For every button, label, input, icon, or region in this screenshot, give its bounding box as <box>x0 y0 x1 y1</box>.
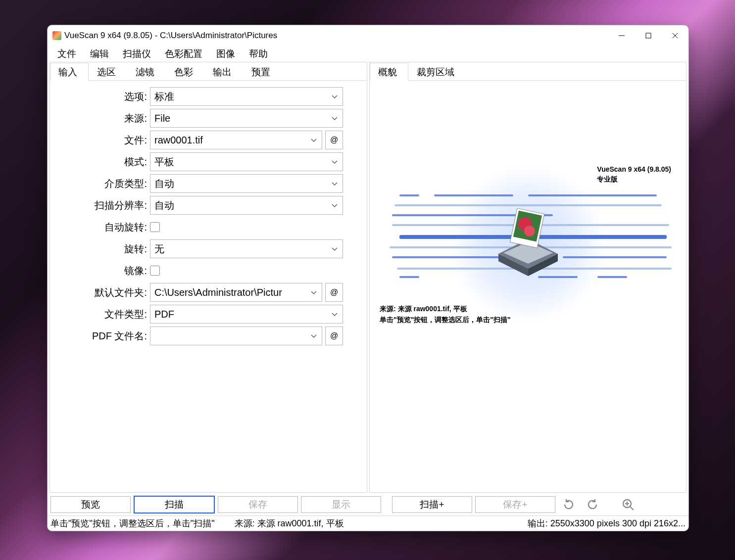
pdfname-browse-button[interactable]: @ <box>325 327 343 345</box>
combo-pdfname[interactable] <box>150 327 322 345</box>
scan-plus-button[interactable]: 扫描+ <box>392 496 472 513</box>
preview-edition-line: 专业版 <box>597 175 671 185</box>
status-right: 输出: 2550x3300 pixels 300 dpi 216x2... <box>528 517 686 529</box>
preview-hint-line: 单击"预览"按钮，调整选区后，单击"扫描" <box>380 314 511 325</box>
scan-button[interactable]: 扫描 <box>134 496 215 513</box>
label-folder: 默认文件夹: <box>54 286 150 299</box>
preview-product-line: VueScan 9 x64 (9.8.05) <box>597 165 671 175</box>
action-bar: 预览 扫描 保存 显示 扫描+ 保存+ <box>48 494 688 515</box>
close-button[interactable] <box>662 25 688 46</box>
file-browse-button[interactable]: @ <box>325 131 343 149</box>
zoom-in-button[interactable] <box>618 496 638 513</box>
tab-input[interactable]: 输入 <box>50 63 89 81</box>
chevron-down-icon <box>331 179 339 190</box>
combo-rotate-value: 无 <box>154 242 164 256</box>
combo-rotate[interactable]: 无 <box>150 239 343 258</box>
preview-illustration <box>380 189 676 298</box>
status-bar: 单击"预览"按钮，调整选区后，单击"扫描" 来源: 来源 raw0001.tif… <box>48 515 688 531</box>
preview-source-line: 来源: 来源 raw0001.tif, 平板 <box>380 303 511 314</box>
preview-product-text: VueScan 9 x64 (9.8.05) 专业版 <box>597 165 671 184</box>
maximize-button[interactable] <box>635 25 662 46</box>
combo-filetype[interactable]: PDF <box>150 305 343 324</box>
combo-source[interactable]: File <box>150 109 343 128</box>
combo-file[interactable]: raw0001.tif <box>150 131 322 149</box>
combo-options[interactable]: 标准 <box>150 87 343 106</box>
combo-mode[interactable]: 平板 <box>150 152 343 171</box>
label-source: 来源: <box>54 112 150 125</box>
combo-dpi[interactable]: 自动 <box>150 196 343 215</box>
window-title: VueScan 9 x64 (9.8.05) - C:\Users\Admini… <box>64 31 277 41</box>
chevron-down-icon <box>310 331 318 342</box>
preview-panel: 概貌 裁剪区域 VueScan 9 x64 (9.8.05) 专业版 <box>369 62 686 493</box>
tab-croparea[interactable]: 裁剪区域 <box>408 63 466 81</box>
save-plus-button[interactable]: 保存+ <box>475 496 555 513</box>
app-icon <box>52 31 61 40</box>
label-rotate: 旋转: <box>54 242 150 256</box>
chevron-down-icon <box>331 244 339 255</box>
tab-color[interactable]: 色彩 <box>166 63 204 81</box>
combo-folder[interactable]: C:\Users\Administrator\Pictur <box>150 283 322 302</box>
label-filetype: 文件类型: <box>54 308 150 321</box>
combo-source-value: File <box>154 113 170 124</box>
scanner-icon <box>493 204 563 283</box>
svg-line-14 <box>630 507 634 510</box>
checkbox-mirror[interactable] <box>150 266 160 276</box>
label-mirror: 镜像: <box>54 264 150 278</box>
checkbox-autorotate[interactable] <box>150 222 160 232</box>
tab-overview[interactable]: 概貌 <box>370 63 408 81</box>
combo-media[interactable]: 自动 <box>150 174 343 193</box>
menu-edit[interactable]: 编辑 <box>83 46 116 62</box>
menu-image[interactable]: 图像 <box>209 46 242 62</box>
preview-area: VueScan 9 x64 (9.8.05) 专业版 <box>370 81 686 492</box>
show-button[interactable]: 显示 <box>301 496 381 513</box>
menu-color[interactable]: 色彩配置 <box>158 46 209 62</box>
left-tabs: 输入 选区 滤镜 色彩 输出 预置 <box>50 62 367 81</box>
label-options: 选项: <box>54 90 150 103</box>
label-media: 介质类型: <box>54 177 150 190</box>
tab-filter[interactable]: 滤镜 <box>127 63 166 81</box>
menu-help[interactable]: 帮助 <box>242 46 275 62</box>
label-file: 文件: <box>54 134 150 147</box>
status-left: 单击"预览"按钮，调整选区后，单击"扫描" <box>50 517 215 529</box>
app-window: VueScan 9 x64 (9.8.05) - C:\Users\Admini… <box>47 25 689 531</box>
save-button[interactable]: 保存 <box>218 496 298 513</box>
main-body: 输入 选区 滤镜 色彩 输出 预置 选项: 标准 <box>48 62 688 494</box>
preview-hint-text: 来源: 来源 raw0001.tif, 平板 单击"预览"按钮，调整选区后，单击… <box>380 303 511 326</box>
tab-preset[interactable]: 预置 <box>243 63 282 81</box>
label-autorotate: 自动旋转: <box>54 221 150 234</box>
chevron-down-icon <box>331 92 339 103</box>
right-tabs: 概貌 裁剪区域 <box>370 62 686 81</box>
minimize-button[interactable] <box>608 25 635 46</box>
menu-scanner[interactable]: 扫描仪 <box>116 46 158 62</box>
chevron-down-icon <box>331 200 339 212</box>
menubar: 文件 编辑 扫描仪 色彩配置 图像 帮助 <box>48 46 688 62</box>
rotate-left-button[interactable] <box>558 496 579 513</box>
menu-file[interactable]: 文件 <box>50 46 83 62</box>
options-panel: 输入 选区 滤镜 色彩 输出 预置 选项: 标准 <box>49 62 367 493</box>
preview-button[interactable]: 预览 <box>50 496 131 513</box>
combo-media-value: 自动 <box>154 177 174 190</box>
combo-folder-value: C:\Users\Administrator\Pictur <box>154 287 282 298</box>
options-area: 选项: 标准 来源: File <box>50 81 367 492</box>
label-pdfname: PDF 文件名: <box>54 329 150 343</box>
label-mode: 模式: <box>54 155 150 169</box>
combo-filetype-value: PDF <box>154 309 174 320</box>
titlebar: VueScan 9 x64 (9.8.05) - C:\Users\Admini… <box>48 25 688 46</box>
combo-dpi-value: 自动 <box>154 199 174 212</box>
rotate-right-button[interactable] <box>582 496 603 513</box>
chevron-down-icon <box>310 135 318 146</box>
svg-rect-1 <box>646 33 651 38</box>
chevron-down-icon <box>331 113 339 125</box>
combo-file-value: raw0001.tif <box>154 135 203 146</box>
combo-options-value: 标准 <box>154 90 174 103</box>
status-mid: 来源: 来源 raw0001.tif, 平板 <box>235 517 344 529</box>
combo-mode-value: 平板 <box>154 155 174 169</box>
chevron-down-icon <box>310 287 318 299</box>
label-dpi: 扫描分辨率: <box>54 199 150 212</box>
folder-browse-button[interactable]: @ <box>325 283 343 302</box>
chevron-down-icon <box>331 309 339 321</box>
tab-crop[interactable]: 选区 <box>89 63 127 81</box>
tab-output[interactable]: 输出 <box>204 63 243 81</box>
chevron-down-icon <box>331 157 339 168</box>
